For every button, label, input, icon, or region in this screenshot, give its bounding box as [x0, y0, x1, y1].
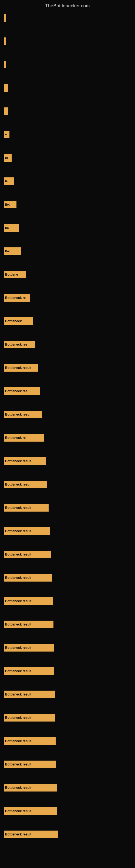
- bar-fill: [4, 61, 6, 68]
- bar-fill: Bottleneck result: [4, 714, 55, 721]
- bar-fill: Bott: [4, 247, 21, 255]
- bar-fill: Bottleneck result: [4, 831, 58, 838]
- bar-fill: Bottleneck result: [4, 784, 57, 792]
- bar-row: Bottleneck result: [4, 550, 131, 559]
- bar-label: Bottleneck result: [5, 529, 31, 533]
- bar-label: Bottleneck result: [5, 553, 31, 556]
- bar-label: Bo: [5, 156, 8, 159]
- bar-fill: Bottleneck resu: [4, 480, 47, 488]
- bar-row: Bottleneck result: [4, 643, 131, 653]
- bar-row: Bottleneck res: [4, 340, 131, 349]
- bar-label: Bottleneck result: [5, 506, 31, 510]
- bar-label: Bottlene: [5, 273, 18, 276]
- page-container: TheBottlenecker.com BBBBoBoBotBoBottBott…: [0, 0, 135, 868]
- bar-fill: Bottleneck: [4, 317, 33, 325]
- bar-row: Bott: [4, 246, 131, 256]
- bar-row: Bottleneck result: [4, 666, 131, 676]
- bar-fill: Bot: [4, 201, 16, 208]
- bar-label: Bottleneck res: [5, 389, 28, 393]
- bar-row: Bottleneck result: [4, 689, 131, 699]
- bar-fill: Bottleneck result: [4, 457, 46, 465]
- bar-fill: B: [4, 84, 8, 92]
- bar-row: Bottleneck result: [4, 736, 131, 746]
- bar-label: Bottleneck: [5, 319, 21, 323]
- bar-fill: [4, 37, 6, 45]
- bar-label: Bo: [5, 226, 9, 229]
- bar-row: Bottlene: [4, 270, 131, 279]
- bar-row: B: [4, 106, 131, 116]
- bar-label: Bo: [5, 180, 8, 183]
- bar-row: Bottleneck result: [4, 503, 131, 513]
- bar-row: Bottleneck re: [4, 293, 131, 303]
- bar-row: Bottleneck result: [4, 806, 131, 816]
- bar-label: Bottleneck result: [5, 692, 31, 696]
- bar-row: Bottleneck result: [4, 830, 131, 839]
- bar-label: Bot: [5, 203, 10, 206]
- bar-row: [4, 60, 131, 69]
- bar-row: Bottleneck result: [4, 363, 131, 373]
- bar-row: Bot: [4, 199, 131, 209]
- bar-fill: Bottleneck result: [4, 761, 56, 768]
- bar-fill: Bottleneck result: [4, 574, 52, 582]
- bar-fill: Bottleneck result: [4, 364, 38, 372]
- bar-row: [4, 13, 131, 23]
- bar-label: Bott: [5, 250, 10, 253]
- bar-fill: Bottleneck result: [4, 737, 56, 745]
- bar-fill: Bo: [4, 154, 12, 162]
- bar-fill: Bottleneck resu: [4, 411, 42, 418]
- bar-fill: Bottlene: [4, 271, 26, 278]
- bar-label: Bottleneck result: [5, 366, 31, 370]
- bar-label: B: [5, 133, 7, 136]
- bar-row: Bottleneck res: [4, 386, 131, 396]
- bar-fill: Bottleneck result: [4, 621, 53, 628]
- bar-label: Bottleneck resu: [5, 412, 30, 416]
- bar-fill: Bottleneck result: [4, 504, 49, 512]
- bar-row: Bottleneck resu: [4, 479, 131, 489]
- bar-label: Bottleneck result: [5, 809, 31, 813]
- bar-row: B: [4, 130, 131, 140]
- bar-label: Bottleneck resu: [5, 483, 30, 486]
- bar-label: Bottleneck result: [5, 739, 31, 743]
- bar-fill: Bottleneck re: [4, 294, 30, 302]
- bar-label: Bottleneck result: [5, 716, 31, 720]
- bar-fill: Bo: [4, 177, 14, 185]
- bar-fill: Bottleneck result: [4, 551, 51, 558]
- bar-label: Bottleneck res: [5, 343, 28, 346]
- bar-row: Bottleneck result: [4, 760, 131, 769]
- bar-label: Bottleneck re: [5, 436, 26, 440]
- bar-row: Bo: [4, 223, 131, 233]
- bar-label: Bottleneck result: [5, 576, 31, 580]
- bar-row: Bottleneck: [4, 316, 131, 326]
- bar-row: Bo: [4, 153, 131, 163]
- bar-fill: Bottleneck result: [4, 597, 53, 605]
- bar-fill: Bottleneck res: [4, 341, 35, 348]
- bar-fill: Bottleneck result: [4, 691, 55, 698]
- bar-fill: Bottleneck res: [4, 388, 40, 395]
- bar-fill: Bottleneck result: [4, 807, 57, 815]
- site-title: TheBottlenecker.com: [0, 0, 135, 11]
- bar-row: [4, 36, 131, 46]
- bar-label: Bottleneck result: [5, 669, 31, 673]
- bar-fill: Bottleneck result: [4, 644, 54, 652]
- bar-row: Bottleneck result: [4, 783, 131, 793]
- bar-row: Bottleneck re: [4, 433, 131, 443]
- bar-row: Bottleneck result: [4, 596, 131, 606]
- bar-fill: B: [4, 107, 8, 115]
- bar-row: Bottleneck result: [4, 713, 131, 723]
- bar-label: Bottleneck result: [5, 622, 31, 626]
- bar-fill: [4, 14, 6, 22]
- bar-fill: B: [4, 131, 9, 138]
- bar-row: B: [4, 83, 131, 93]
- bar-fill: Bottleneck result: [4, 667, 54, 675]
- bar-row: Bottleneck result: [4, 456, 131, 466]
- bar-row: Bottleneck result: [4, 526, 131, 536]
- bar-row: Bottleneck result: [4, 573, 131, 583]
- bar-label: Bottleneck result: [5, 763, 31, 766]
- bar-label: Bottleneck result: [5, 459, 31, 463]
- bar-label: Bottleneck re: [5, 296, 26, 300]
- bar-row: Bottleneck result: [4, 620, 131, 629]
- bar-row: Bo: [4, 176, 131, 186]
- bars-chart: BBBBoBoBotBoBottBottleneBottleneck reBot…: [0, 11, 135, 855]
- bar-fill: Bottleneck re: [4, 434, 44, 442]
- bar-fill: Bottleneck result: [4, 527, 50, 535]
